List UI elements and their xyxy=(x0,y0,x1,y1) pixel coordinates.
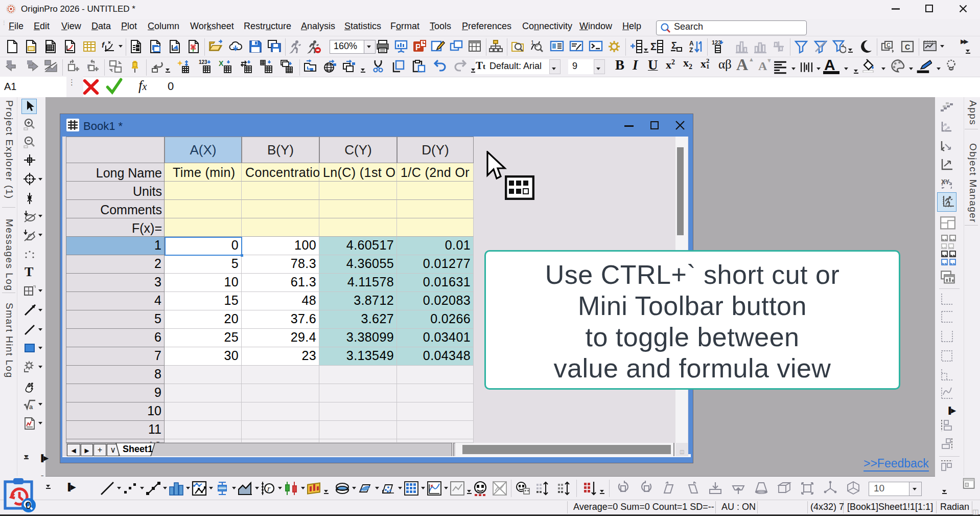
svg-text:f: f xyxy=(102,40,105,49)
svg-text:C: C xyxy=(905,43,910,51)
svg-text:r: r xyxy=(267,484,271,493)
svg-text:A: A xyxy=(689,40,694,47)
svg-text:T: T xyxy=(25,265,33,278)
svg-text:1: 1 xyxy=(531,39,534,46)
svg-text:123: 123 xyxy=(199,59,207,65)
svg-text:C: C xyxy=(886,42,891,48)
svg-text:a: a xyxy=(29,403,33,411)
svg-text:Z: Z xyxy=(689,47,693,54)
svg-text:X: X xyxy=(219,59,224,68)
svg-text:Σ: Σ xyxy=(671,40,677,51)
svg-text:Σ: Σ xyxy=(650,41,657,52)
